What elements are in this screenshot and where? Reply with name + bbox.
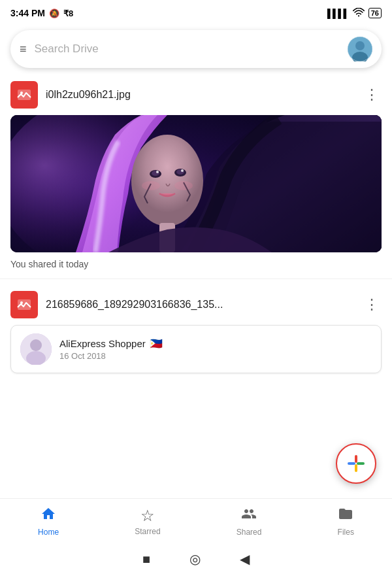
nav-label-files: Files xyxy=(338,528,354,537)
svg-point-16 xyxy=(142,181,160,190)
email-info: AliExpress Shopper 🇵🇭 16 Oct 2018 xyxy=(59,337,372,361)
wifi-icon xyxy=(353,8,365,19)
nav-item-files[interactable]: Files xyxy=(327,501,365,542)
menu-icon[interactable]: ≡ xyxy=(20,42,27,56)
svg-rect-26 xyxy=(348,462,355,465)
home-icon xyxy=(41,506,56,526)
nav-item-home[interactable]: Home xyxy=(27,501,69,542)
signal-icon: ▌▌▌▌ xyxy=(327,8,349,18)
svg-rect-24 xyxy=(355,455,357,463)
nav-item-shared[interactable]: Shared xyxy=(226,501,272,542)
email-date: 16 Oct 2018 xyxy=(59,351,372,361)
email-card[interactable]: AliExpress Shopper 🇵🇭 16 Oct 2018 xyxy=(10,325,382,373)
divider-1 xyxy=(0,279,392,279)
svg-point-23 xyxy=(26,351,46,365)
recent-apps-button[interactable]: ■ xyxy=(142,552,150,567)
back-button[interactable]: ◀ xyxy=(240,551,250,567)
file-item-1[interactable]: i0lh2zu096h21.jpg ⋮ xyxy=(0,75,392,115)
nav-label-starred: Starred xyxy=(135,527,160,536)
image-preview[interactable] xyxy=(10,115,382,252)
battery-indicator: 76 xyxy=(368,8,382,18)
search-bar[interactable]: ≡ Search Drive xyxy=(10,30,382,68)
svg-rect-27 xyxy=(357,462,365,465)
svg-point-9 xyxy=(131,135,203,226)
file-item-2[interactable]: 216859686_189292903166836_135... ⋮ xyxy=(0,284,392,325)
folder-icon xyxy=(338,506,353,526)
status-sim: ₹8 xyxy=(63,8,73,18)
file-type-icon-2 xyxy=(10,291,38,318)
bottom-nav: Home ☆ Starred Shared Files xyxy=(0,498,392,544)
file-name-1: i0lh2zu096h21.jpg xyxy=(46,89,354,101)
home-button[interactable]: ◎ xyxy=(189,551,201,567)
svg-point-15 xyxy=(181,169,184,172)
fab-add-button[interactable] xyxy=(336,443,376,484)
email-sender: AliExpress Shopper xyxy=(59,338,146,349)
shared-text: You shared it today xyxy=(0,252,392,273)
svg-rect-25 xyxy=(355,464,357,472)
flag-icon: 🇵🇭 xyxy=(150,337,163,350)
svg-point-20 xyxy=(20,301,23,304)
svg-point-2 xyxy=(355,41,365,50)
status-notifications: 🔕 xyxy=(49,8,59,18)
nav-label-shared: Shared xyxy=(237,528,262,537)
file-more-button-2[interactable]: ⋮ xyxy=(362,294,382,316)
status-right: ▌▌▌▌ 76 xyxy=(327,8,382,19)
search-input[interactable]: Search Drive xyxy=(35,42,340,56)
status-bar: 3:44 PM 🔕 ₹8 ▌▌▌▌ 76 xyxy=(0,0,392,24)
people-icon xyxy=(241,506,257,526)
file-name-2: 216859686_189292903166836_135... xyxy=(46,299,354,311)
avatar[interactable] xyxy=(348,37,372,61)
status-left: 3:44 PM 🔕 ₹8 xyxy=(10,8,73,18)
svg-point-0 xyxy=(358,15,359,16)
search-bar-container: ≡ Search Drive xyxy=(0,24,392,75)
status-time: 3:44 PM xyxy=(10,8,45,18)
nav-item-starred[interactable]: ☆ Starred xyxy=(124,501,171,541)
svg-point-6 xyxy=(20,92,23,94)
file-more-button-1[interactable]: ⋮ xyxy=(362,84,382,106)
star-icon: ☆ xyxy=(140,507,155,525)
nav-label-home: Home xyxy=(38,528,59,537)
anime-girl-image xyxy=(10,115,382,252)
svg-point-22 xyxy=(30,339,42,351)
file-type-icon-1 xyxy=(10,81,38,109)
svg-point-14 xyxy=(156,171,159,173)
system-nav: ■ ◎ ◀ xyxy=(0,544,392,574)
email-avatar xyxy=(20,333,52,365)
